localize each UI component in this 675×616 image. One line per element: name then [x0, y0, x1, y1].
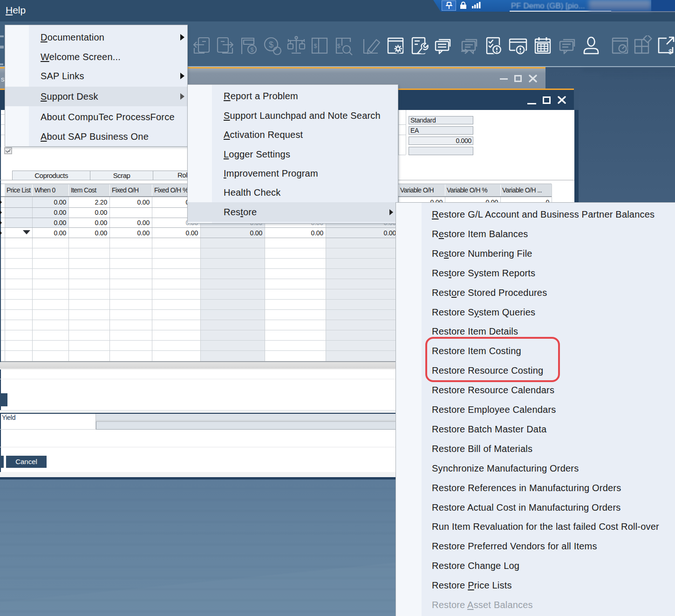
svg-text:$: $ — [668, 48, 672, 55]
svg-text:$: $ — [269, 40, 273, 49]
svg-text:$: $ — [250, 46, 254, 53]
svg-text:$: $ — [314, 42, 317, 49]
svg-text:$: $ — [337, 42, 341, 49]
